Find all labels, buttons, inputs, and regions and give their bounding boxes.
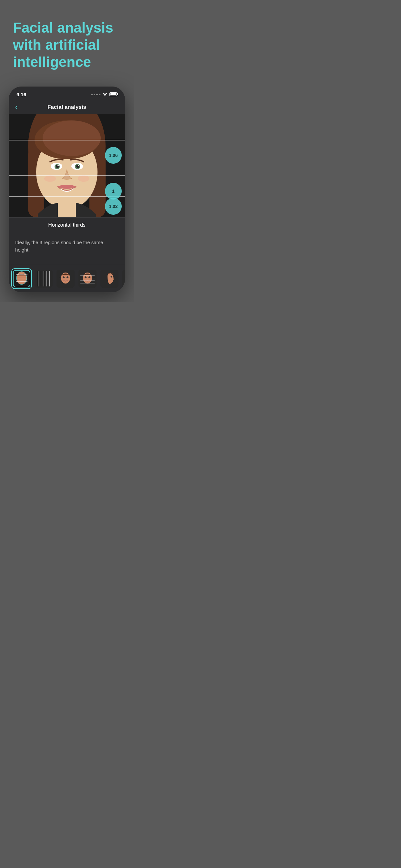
tool-face-front[interactable] [55, 268, 76, 289]
tool-face-lines[interactable] [77, 268, 98, 289]
svg-point-16 [44, 175, 56, 182]
battery-icon [110, 92, 117, 96]
signal-dot-4 [99, 94, 100, 95]
analysis-label-text: Horizontal thirds [48, 222, 86, 228]
tool-face-crop[interactable] [121, 268, 125, 289]
signal-dot-3 [96, 94, 98, 95]
status-time: 9:16 [17, 92, 26, 97]
description-section: Ideally, the 3 regions should be the sam… [9, 232, 125, 265]
analysis-label: Horizontal thirds [9, 217, 125, 232]
svg-point-17 [78, 175, 89, 182]
divider-line-top [9, 140, 125, 141]
metric-badge-1: 1.06 [105, 147, 122, 164]
metric-badge-3: 1.02 [105, 198, 122, 215]
signal-dots [91, 94, 100, 95]
status-icons [91, 92, 117, 97]
metric-badge-2: 1 [105, 183, 122, 199]
toolbar [9, 265, 125, 292]
signal-dot-1 [91, 94, 93, 95]
hero-title: Facial analysis with artificial intellig… [13, 20, 121, 70]
svg-point-13 [76, 165, 80, 168]
hero-section: Facial analysis with artificial intellig… [0, 0, 134, 80]
svg-point-14 [58, 165, 59, 166]
svg-point-7 [42, 120, 101, 156]
phone-mockup: 9:16 ‹ Facial analysis [9, 87, 125, 292]
svg-point-12 [56, 165, 59, 168]
back-button[interactable]: ‹ [15, 103, 18, 112]
svg-point-15 [78, 165, 79, 166]
signal-dot-2 [94, 94, 95, 95]
wifi-icon [102, 92, 107, 97]
tool-face-side[interactable] [99, 268, 120, 289]
nav-bar: ‹ Facial analysis [9, 101, 125, 114]
face-image-container: 1.06 1 1.02 [9, 114, 125, 217]
svg-rect-45 [122, 270, 125, 288]
svg-point-44 [111, 276, 112, 278]
description-text: Ideally, the 3 regions should be the sam… [15, 239, 119, 253]
divider-line-middle [9, 175, 125, 176]
nav-title: Facial analysis [48, 104, 86, 111]
tool-horizontal-thirds[interactable] [11, 268, 32, 289]
tool-vertical-fifths[interactable] [33, 268, 54, 289]
status-bar: 9:16 [9, 87, 125, 101]
